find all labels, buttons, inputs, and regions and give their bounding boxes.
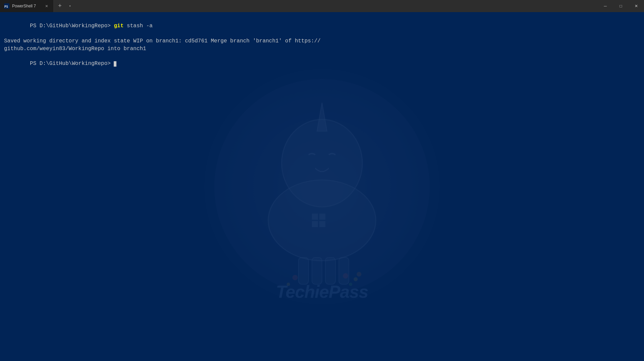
watermark-circle: TechiePass <box>204 69 440 304</box>
prompt-1: PS D:\GitHub\WorkingRepo> <box>30 23 114 29</box>
terminal-body[interactable]: TechiePass PS D:\GitHub\WorkingRepo> git… <box>0 12 644 361</box>
watermark-svg: TechiePass <box>204 69 440 304</box>
svg-point-20 <box>287 283 290 286</box>
svg-rect-13 <box>339 257 349 284</box>
svg-marker-4 <box>317 103 327 131</box>
svg-rect-9 <box>319 221 325 227</box>
window-controls: ─ □ ✕ <box>598 0 644 12</box>
svg-rect-6 <box>312 214 318 220</box>
svg-point-3 <box>282 119 362 207</box>
svg-point-2 <box>214 79 430 294</box>
svg-rect-12 <box>325 257 335 284</box>
svg-point-18 <box>357 272 361 277</box>
output-line-2: Saved working directory and index state … <box>4 37 640 45</box>
svg-rect-8 <box>312 221 318 227</box>
svg-text:PS: PS <box>4 5 8 8</box>
powershell-icon: PS <box>4 3 9 9</box>
tab-powershell7[interactable]: PS PowerShell 7 ✕ <box>0 0 54 12</box>
svg-point-17 <box>349 283 352 286</box>
svg-point-19 <box>292 275 298 280</box>
stash-args: stash -a <box>123 23 152 29</box>
tab-label: PowerShell 7 <box>12 4 36 8</box>
powershell-window: PS PowerShell 7 ✕ + ▾ ─ □ ✕ <box>0 0 644 361</box>
watermark: TechiePass <box>198 62 446 311</box>
output-line-3: github.com/weeyin83/WorkingRepo into bra… <box>4 45 640 52</box>
svg-point-15 <box>343 273 348 279</box>
tab-close-button[interactable]: ✕ <box>43 3 49 9</box>
prompt-line-2: PS D:\GitHub\WorkingRepo> <box>4 52 640 75</box>
svg-text:TechiePass: TechiePass <box>276 282 368 301</box>
new-tab-button[interactable]: + <box>54 0 66 12</box>
svg-rect-7 <box>319 214 325 220</box>
svg-rect-11 <box>312 257 322 284</box>
maximize-button[interactable]: □ <box>613 0 629 12</box>
svg-point-5 <box>268 180 376 261</box>
close-button[interactable]: ✕ <box>629 0 644 12</box>
titlebar: PS PowerShell 7 ✕ + ▾ ─ □ ✕ <box>0 0 644 12</box>
svg-point-16 <box>354 277 358 281</box>
minimize-button[interactable]: ─ <box>598 0 613 12</box>
terminal-content: PS D:\GitHub\WorkingRepo> git stash -a S… <box>4 15 640 75</box>
prompt-2: PS D:\GitHub\WorkingRepo> <box>30 61 114 67</box>
svg-rect-10 <box>298 257 309 284</box>
command-line-1: PS D:\GitHub\WorkingRepo> git stash -a <box>4 15 640 37</box>
git-keyword: git <box>114 23 123 29</box>
tab-dropdown-button[interactable]: ▾ <box>66 0 74 12</box>
cursor <box>114 61 116 67</box>
tab-area: PS PowerShell 7 ✕ + ▾ <box>0 0 74 12</box>
